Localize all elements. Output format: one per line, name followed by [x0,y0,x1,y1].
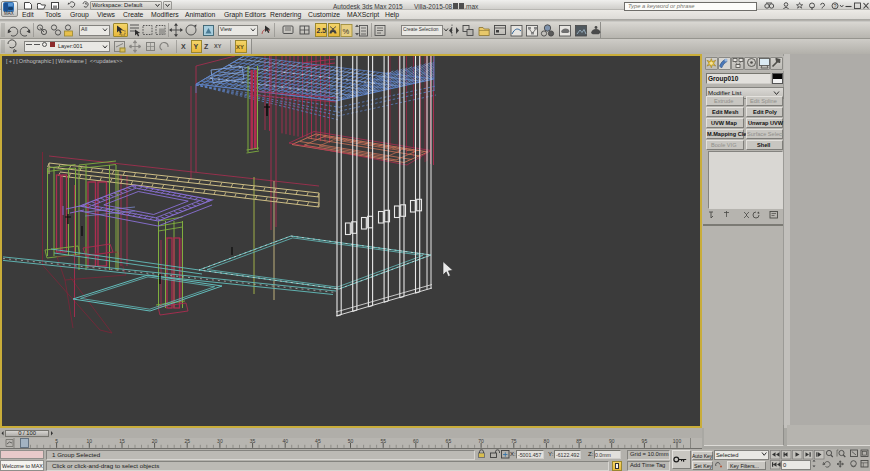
svg-text:35: 35 [250,438,256,444]
svg-text:40: 40 [282,438,288,444]
svg-text:95: 95 [642,438,648,444]
svg-text:45: 45 [315,438,321,444]
svg-text:80: 80 [544,438,550,444]
svg-text:15: 15 [119,438,125,444]
svg-text:10: 10 [87,438,93,444]
svg-text:90: 90 [609,438,615,444]
svg-text:100: 100 [673,438,682,444]
svg-text:50: 50 [348,438,354,444]
svg-text:?: ? [834,3,837,9]
svg-text:70: 70 [478,438,484,444]
svg-text:55: 55 [380,438,386,444]
svg-text:25: 25 [184,438,190,444]
svg-text:60: 60 [413,438,419,444]
svg-text:65: 65 [446,438,452,444]
svg-text:%: % [343,27,350,36]
svg-text:85: 85 [576,438,582,444]
svg-text:2.5: 2.5 [317,27,327,34]
svg-text:75: 75 [511,438,517,444]
svg-text:30: 30 [217,438,223,444]
svg-text:5: 5 [55,438,58,444]
svg-text:20: 20 [152,438,158,444]
svg-text:XY: XY [236,44,244,50]
